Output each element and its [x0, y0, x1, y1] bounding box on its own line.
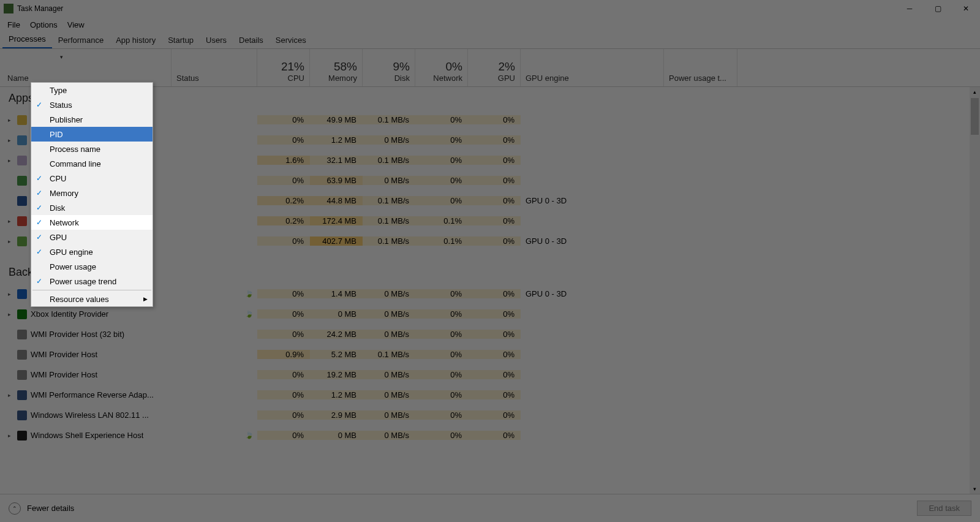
table-row[interactable]: ▸WMI Performance Reverse Adap...0%1.2 MB… — [0, 385, 980, 405]
col-cpu[interactable]: 21%CPU — [257, 49, 310, 86]
menu-file[interactable]: File — [2, 19, 25, 31]
ctx-item-command-line[interactable]: Command line — [31, 156, 153, 171]
checkmark-icon: ✓ — [36, 218, 42, 227]
fewer-details-link[interactable]: Fewer details — [27, 504, 74, 513]
tab-app-history[interactable]: App history — [110, 33, 162, 48]
ctx-item-cpu[interactable]: ✓CPU — [31, 171, 153, 186]
collapse-icon[interactable]: ⌃ — [9, 502, 21, 515]
menu-options[interactable]: Options — [25, 19, 62, 31]
chevron-down-icon[interactable]: ▾ — [55, 51, 68, 62]
process-icon — [17, 431, 27, 441]
tab-startup[interactable]: Startup — [162, 33, 200, 48]
process-icon — [17, 135, 27, 145]
close-button[interactable]: ✕ — [952, 0, 980, 17]
col-power[interactable]: Power usage t... — [664, 49, 737, 86]
suspended-icon: 🍃 — [245, 290, 254, 298]
expand-icon[interactable]: ▸ — [5, 392, 13, 398]
tab-services[interactable]: Services — [270, 33, 312, 48]
process-icon — [17, 410, 27, 420]
column-headers: Name ▾ Status 21%CPU 58%Memory 9%Disk 0%… — [0, 49, 980, 87]
ctx-item-publisher[interactable]: Publisher — [31, 112, 153, 127]
titlebar: Task Manager ─ ▢ ✕ — [0, 0, 980, 17]
expand-icon[interactable]: ▸ — [5, 238, 13, 244]
ctx-item-pid[interactable]: PID — [31, 127, 153, 142]
scroll-up-icon[interactable]: ▴ — [970, 87, 980, 95]
ctx-item-network[interactable]: ✓Network — [31, 215, 153, 230]
col-gpu-engine[interactable]: GPU engine — [521, 49, 664, 86]
maximize-button[interactable]: ▢ — [924, 0, 952, 17]
checkmark-icon: ✓ — [36, 277, 42, 286]
process-name: Windows Shell Experience Host — [31, 431, 143, 440]
ctx-item-disk[interactable]: ✓Disk — [31, 200, 153, 215]
process-name: WMI Provider Host — [31, 350, 97, 359]
ctx-item-status[interactable]: ✓Status — [31, 97, 153, 112]
process-icon — [17, 350, 27, 360]
checkmark-icon: ✓ — [36, 203, 42, 212]
checkmark-icon: ✓ — [36, 248, 42, 256]
col-gpu[interactable]: 2%GPU — [468, 49, 521, 86]
process-icon — [17, 390, 27, 400]
ctx-item-gpu-engine[interactable]: ✓GPU engine — [31, 244, 153, 259]
ctx-item-process-name[interactable]: Process name — [31, 142, 153, 156]
app-icon — [4, 4, 13, 13]
menubar: File Options View — [0, 17, 980, 32]
scrollbar[interactable]: ▴ ▾ — [970, 87, 980, 494]
process-icon — [17, 289, 27, 299]
process-icon — [17, 115, 27, 125]
expand-icon[interactable]: ▸ — [5, 117, 13, 123]
col-status[interactable]: Status — [172, 49, 257, 86]
expand-icon[interactable]: ▸ — [5, 157, 13, 164]
expand-icon[interactable]: ▸ — [5, 218, 13, 224]
checkmark-icon: ✓ — [36, 189, 42, 197]
tab-details[interactable]: Details — [233, 33, 270, 48]
checkmark-icon: ✓ — [36, 100, 42, 109]
window-title: Task Manager — [17, 4, 63, 13]
checkmark-icon: ✓ — [36, 174, 42, 183]
process-icon — [17, 156, 27, 165]
menu-view[interactable]: View — [62, 19, 89, 31]
tab-users[interactable]: Users — [200, 33, 233, 48]
table-row[interactable]: WMI Provider Host (32 bit)0%24.2 MB0 MB/… — [0, 324, 980, 344]
process-icon — [17, 309, 27, 319]
col-memory[interactable]: 58%Memory — [310, 49, 363, 86]
process-icon — [17, 216, 27, 226]
expand-icon[interactable]: ▸ — [5, 433, 13, 439]
minimize-button[interactable]: ─ — [895, 0, 924, 17]
process-name: WMI Performance Reverse Adap... — [31, 390, 154, 399]
ctx-item-memory[interactable]: ✓Memory — [31, 186, 153, 200]
ctx-item-power-usage[interactable]: Power usage — [31, 259, 153, 274]
table-row[interactable]: WMI Provider Host0%19.2 MB0 MB/s0%0% — [0, 365, 980, 385]
expand-icon[interactable]: ▸ — [5, 291, 13, 297]
process-icon — [17, 370, 27, 380]
ctx-item-power-usage-trend[interactable]: ✓Power usage trend — [31, 274, 153, 289]
col-name[interactable]: Name ▾ — [0, 49, 172, 86]
suspended-icon: 🍃 — [245, 310, 254, 318]
process-name: WMI Provider Host (32 bit) — [31, 330, 124, 339]
table-row[interactable]: WMI Provider Host0.9%5.2 MB0.1 MB/s0%0% — [0, 344, 980, 365]
process-icon — [17, 330, 27, 339]
process-name: WMI Provider Host — [31, 370, 97, 379]
end-task-button[interactable]: End task — [917, 501, 971, 516]
ctx-item-resource-values[interactable]: Resource values▶ — [31, 292, 153, 306]
column-context-menu[interactable]: Type✓StatusPublisherPIDProcess nameComma… — [31, 82, 153, 307]
tab-processes[interactable]: Processes — [2, 32, 52, 48]
checkmark-icon: ✓ — [36, 233, 42, 241]
table-row[interactable]: ▸Windows Shell Experience Host🍃0%0 MB0 M… — [0, 425, 980, 445]
tab-bar: Processes Performance App history Startu… — [0, 32, 980, 49]
ctx-item-gpu[interactable]: ✓GPU — [31, 230, 153, 244]
suspended-icon: 🍃 — [245, 431, 254, 439]
process-name: Windows Wireless LAN 802.11 ... — [31, 410, 149, 420]
scrollbar-thumb[interactable] — [971, 98, 979, 135]
chevron-right-icon: ▶ — [143, 296, 148, 302]
expand-icon[interactable]: ▸ — [5, 137, 13, 143]
expand-icon[interactable]: ▸ — [5, 311, 13, 317]
tab-performance[interactable]: Performance — [52, 33, 110, 48]
process-icon — [17, 176, 27, 186]
scroll-down-icon[interactable]: ▾ — [970, 486, 980, 492]
process-icon — [17, 236, 27, 246]
table-row[interactable]: Windows Wireless LAN 802.11 ...0%2.9 MB0… — [0, 405, 980, 425]
col-network[interactable]: 0%Network — [415, 49, 468, 86]
ctx-item-type[interactable]: Type — [31, 83, 153, 97]
col-disk[interactable]: 9%Disk — [363, 49, 415, 86]
process-icon — [17, 196, 27, 206]
